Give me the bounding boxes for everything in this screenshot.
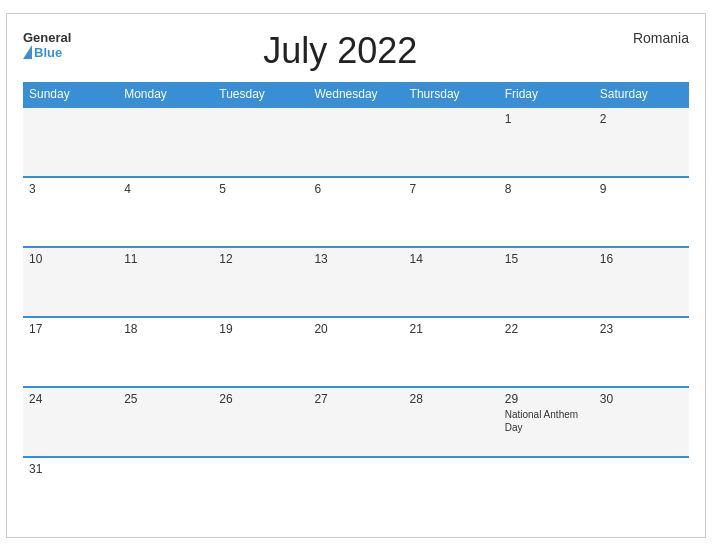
day-number: 21	[410, 322, 423, 336]
logo-triangle-icon	[23, 45, 32, 59]
header-saturday: Saturday	[594, 82, 689, 107]
calendar-cell	[404, 107, 499, 177]
calendar-cell: 19	[213, 317, 308, 387]
day-number: 31	[29, 462, 42, 476]
calendar-week-row: 242526272829National Anthem Day30	[23, 387, 689, 457]
calendar-cell: 31	[23, 457, 118, 527]
calendar-cell: 23	[594, 317, 689, 387]
event-text: National Anthem Day	[505, 408, 588, 434]
calendar-cell: 9	[594, 177, 689, 247]
logo-general-text: General	[23, 30, 71, 45]
calendar-cell: 1	[499, 107, 594, 177]
calendar-cell	[213, 457, 308, 527]
calendar-cell: 3	[23, 177, 118, 247]
calendar-header: General Blue July 2022 Romania	[23, 30, 689, 72]
calendar-week-row: 10111213141516	[23, 247, 689, 317]
calendar-cell	[308, 107, 403, 177]
weekday-header-row: Sunday Monday Tuesday Wednesday Thursday…	[23, 82, 689, 107]
calendar-cell: 27	[308, 387, 403, 457]
calendar-cell: 15	[499, 247, 594, 317]
calendar-cell	[499, 457, 594, 527]
calendar-cell	[594, 457, 689, 527]
header-wednesday: Wednesday	[308, 82, 403, 107]
calendar-cell: 11	[118, 247, 213, 317]
day-number: 7	[410, 182, 417, 196]
day-number: 5	[219, 182, 226, 196]
calendar-week-row: 31	[23, 457, 689, 527]
calendar-cell: 13	[308, 247, 403, 317]
calendar-cell	[308, 457, 403, 527]
day-number: 6	[314, 182, 321, 196]
logo: General Blue	[23, 30, 71, 60]
day-number: 17	[29, 322, 42, 336]
calendar-cell: 18	[118, 317, 213, 387]
day-number: 23	[600, 322, 613, 336]
day-number: 14	[410, 252, 423, 266]
day-number: 25	[124, 392, 137, 406]
day-number: 8	[505, 182, 512, 196]
header-monday: Monday	[118, 82, 213, 107]
day-number: 1	[505, 112, 512, 126]
calendar-country: Romania	[609, 30, 689, 46]
calendar-cell: 14	[404, 247, 499, 317]
day-number: 9	[600, 182, 607, 196]
calendar-cell: 12	[213, 247, 308, 317]
calendar-week-row: 17181920212223	[23, 317, 689, 387]
day-number: 2	[600, 112, 607, 126]
calendar-cell: 8	[499, 177, 594, 247]
calendar-table: Sunday Monday Tuesday Wednesday Thursday…	[23, 82, 689, 527]
day-number: 4	[124, 182, 131, 196]
logo-blue-text: Blue	[34, 45, 62, 60]
day-number: 28	[410, 392, 423, 406]
header-tuesday: Tuesday	[213, 82, 308, 107]
day-number: 29	[505, 392, 518, 406]
day-number: 11	[124, 252, 137, 266]
day-number: 13	[314, 252, 327, 266]
calendar-cell: 30	[594, 387, 689, 457]
header-friday: Friday	[499, 82, 594, 107]
day-number: 12	[219, 252, 232, 266]
day-number: 18	[124, 322, 137, 336]
calendar-title: July 2022	[71, 30, 609, 72]
calendar-cell	[404, 457, 499, 527]
day-number: 24	[29, 392, 42, 406]
calendar-cell: 5	[213, 177, 308, 247]
day-number: 16	[600, 252, 613, 266]
calendar-cell: 25	[118, 387, 213, 457]
day-number: 10	[29, 252, 42, 266]
day-number: 30	[600, 392, 613, 406]
calendar-cell: 22	[499, 317, 594, 387]
calendar-cell	[118, 107, 213, 177]
calendar-cell: 21	[404, 317, 499, 387]
calendar-cell: 29National Anthem Day	[499, 387, 594, 457]
calendar-cell: 6	[308, 177, 403, 247]
header-thursday: Thursday	[404, 82, 499, 107]
day-number: 3	[29, 182, 36, 196]
calendar-cell: 4	[118, 177, 213, 247]
day-number: 26	[219, 392, 232, 406]
calendar-week-row: 3456789	[23, 177, 689, 247]
day-number: 15	[505, 252, 518, 266]
calendar-cell: 17	[23, 317, 118, 387]
day-number: 19	[219, 322, 232, 336]
calendar-cell	[118, 457, 213, 527]
day-number: 27	[314, 392, 327, 406]
header-sunday: Sunday	[23, 82, 118, 107]
calendar-cell: 24	[23, 387, 118, 457]
calendar-cell: 28	[404, 387, 499, 457]
calendar-week-row: 12	[23, 107, 689, 177]
calendar-cell: 7	[404, 177, 499, 247]
calendar-cell: 20	[308, 317, 403, 387]
calendar-cell: 2	[594, 107, 689, 177]
calendar-cell	[23, 107, 118, 177]
calendar-container: General Blue July 2022 Romania Sunday Mo…	[6, 13, 706, 538]
calendar-cell: 26	[213, 387, 308, 457]
calendar-cell: 16	[594, 247, 689, 317]
calendar-cell: 10	[23, 247, 118, 317]
day-number: 20	[314, 322, 327, 336]
calendar-cell	[213, 107, 308, 177]
day-number: 22	[505, 322, 518, 336]
